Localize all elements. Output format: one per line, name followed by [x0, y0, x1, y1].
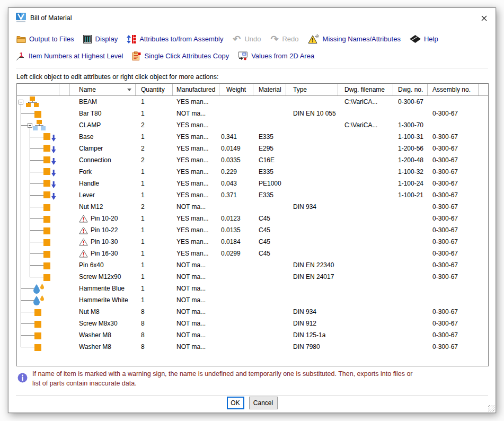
cell-dwg-filename: [338, 271, 393, 283]
item-name: Lever: [79, 189, 95, 201]
cell-dwg-filename: [338, 329, 393, 341]
cell-material: E295: [253, 143, 286, 154]
column-header-name[interactable]: Name: [70, 84, 136, 95]
name-warning-icon: [79, 226, 88, 234]
table-row[interactable]: Pin 6x401NOT ma...DIN EN 223400-300-67: [17, 259, 488, 271]
table-row[interactable]: Connection2YES man...0.0335C16E1-200-480…: [17, 154, 488, 166]
cell-weight: [219, 306, 253, 318]
table-row[interactable]: Nut M122NOT ma...DIN 9340-300-67: [17, 201, 488, 213]
table-row[interactable]: Pin 10-301YES man...0.0184C450-300-67: [17, 236, 488, 248]
cell-quantity: 8: [136, 341, 173, 353]
table-row[interactable]: Base1YES man...0.341E3351-100-310-300-67: [17, 131, 488, 143]
ok-button[interactable]: OK: [227, 397, 244, 409]
cell-dwg-filename: [338, 154, 393, 166]
cell-type: [286, 154, 338, 166]
cell-assembly-no: 0-300-67: [428, 189, 479, 201]
toolbar-button-display[interactable]: Display: [83, 34, 118, 45]
cell-dwg-no: [393, 283, 428, 294]
column-header-weight[interactable]: Weight: [219, 84, 253, 95]
column-header-quantity[interactable]: Quantity: [136, 84, 173, 95]
cell-type: [286, 178, 338, 189]
cell-manufactured: NOT ma...: [173, 283, 219, 294]
table-row[interactable]: Washer M88NOT ma...DIN 79800-300-67: [17, 341, 488, 353]
cell-manufactured: NOT ma...: [173, 294, 219, 306]
cell-name: Lever: [70, 189, 136, 201]
table-row[interactable]: Nut M88NOT ma...DIN 9340-300-67: [17, 306, 488, 318]
cell-weight: 0.0149: [219, 143, 253, 154]
column-header-label: Name: [79, 86, 96, 93]
cell-assembly-no: 0-300-67: [428, 131, 479, 143]
toolbar-button-output-to-files[interactable]: Output to Files: [16, 34, 74, 45]
toolbar-button-redo[interactable]: ↷Redo: [270, 34, 298, 45]
column-header-dwg-no[interactable]: Dwg. no.: [393, 84, 428, 95]
cell-quantity: 2: [136, 143, 173, 154]
column-header-type[interactable]: Type: [286, 84, 338, 95]
cell-weight: [219, 341, 253, 353]
cell-name: CLAMP: [70, 119, 136, 131]
column-header-filler: [479, 84, 488, 95]
resize-grip[interactable]: [488, 405, 494, 411]
cell-type: [286, 131, 338, 143]
cell-quantity: 1: [136, 271, 173, 283]
table-row[interactable]: CLAMP2YES man...C:\VariCA...1-300-70: [17, 119, 488, 131]
cell-quantity: 1: [136, 131, 173, 143]
table-row[interactable]: Screw M8x308NOT ma...DIN 9120-300-67: [17, 318, 488, 329]
table-row[interactable]: Washer M88NOT ma...DIN 125-1a0-300-67: [17, 329, 488, 341]
table-row[interactable]: Clamper2YES man...0.0149E2951-200-560-30…: [17, 143, 488, 154]
cell-dwg-no: [393, 236, 428, 248]
toolbar-button-item-numbers-at-highest-level[interactable]: 1Item Numbers at Highest Level: [16, 51, 123, 62]
table-row[interactable]: Hammerite White1NOT ma...: [17, 294, 488, 306]
tree-cell: [17, 224, 70, 236]
undo-icon: ↶: [232, 34, 241, 45]
toolbar-button-values-from-2d-area[interactable]: Values from 2D Area: [238, 51, 314, 62]
cell-name: Connection: [70, 154, 136, 166]
table-row[interactable]: Pin 10-201YES man...0.0123C450-300-67: [17, 213, 488, 224]
cancel-button[interactable]: Cancel: [249, 397, 278, 409]
cell-quantity: 1: [136, 236, 173, 248]
toolbar-button-missing-names-attributes[interactable]: Missing Names/Attributes: [308, 34, 401, 45]
toolbar-button-help[interactable]: Help: [410, 34, 438, 45]
column-header-manufactured[interactable]: Manufactured: [173, 84, 219, 95]
table-row[interactable]: Pin 10-221YES man...0.0135C450-300-67: [17, 224, 488, 236]
item-name: Handle: [79, 178, 99, 189]
table-row[interactable]: BEAM1YES man...C:\VariCA...0-300-67: [17, 96, 488, 108]
cell-type: [286, 143, 338, 154]
table-row[interactable]: Hammerite Blue1NOT ma...: [17, 283, 488, 294]
buttons-separator: [16, 395, 488, 396]
column-header-dwg-filename[interactable]: Dwg. filename: [338, 84, 393, 95]
column-header-material[interactable]: Material: [253, 84, 286, 95]
close-icon[interactable]: [476, 12, 491, 25]
cell-quantity: 8: [136, 318, 173, 329]
tree-expander-minus[interactable]: [28, 123, 32, 128]
cell-dwg-no: 1-100-31: [393, 131, 428, 143]
tree-cell: [17, 236, 70, 248]
column-header-assembly-no[interactable]: Assembly no.: [428, 84, 479, 95]
table-row[interactable]: Pin 16-301YES man...0.0299C450-300-67: [17, 248, 488, 259]
tree-guide-line: [30, 242, 43, 242]
paint-icon: [33, 283, 45, 294]
item-name: Nut M12: [79, 201, 103, 213]
cell-dwg-filename: [338, 178, 393, 189]
table-row[interactable]: Fork1YES man...0.229E3351-100-320-300-67: [17, 166, 488, 178]
item-name: Clamper: [79, 143, 103, 154]
cell-name: Bar T80: [70, 108, 136, 119]
tree-expander-minus[interactable]: [19, 100, 23, 104]
table-row[interactable]: Handle1YES man...0.043PE10001-100-240-30…: [17, 178, 488, 189]
cell-dwg-filename: [338, 189, 393, 201]
table-row[interactable]: Lever1YES man...0.371E3351-100-210-300-6…: [17, 189, 488, 201]
toolbar-button-undo[interactable]: ↶Undo: [232, 34, 261, 45]
item-name: Screw M12x90: [79, 271, 121, 283]
toolbar-button-attributes-to-from-assembly[interactable]: Attributes to/from Assembly: [127, 34, 223, 45]
table-row[interactable]: Bar T801NOT ma...DIN EN 10 0550-300-67: [17, 108, 488, 119]
cell-dwg-no: [393, 306, 428, 318]
cell-name: Pin 10-22: [70, 224, 136, 236]
cell-manufactured: NOT ma...: [173, 271, 219, 283]
window-title: Bill of Material: [30, 14, 72, 22]
cell-quantity: 1: [136, 108, 173, 119]
toolbar-button-single-click-attributes-copy[interactable]: Single Click Attributes Copy: [132, 51, 229, 62]
table-row[interactable]: Screw M12x901NOT ma...DIN EN 240170-300-…: [17, 271, 488, 283]
table-body: BEAM1YES man...C:\VariCA...0-300-67Bar T…: [17, 96, 488, 353]
part-arrow-icon: [43, 191, 57, 201]
tree-cell: [17, 306, 70, 318]
cell-material: C16E: [253, 154, 286, 166]
